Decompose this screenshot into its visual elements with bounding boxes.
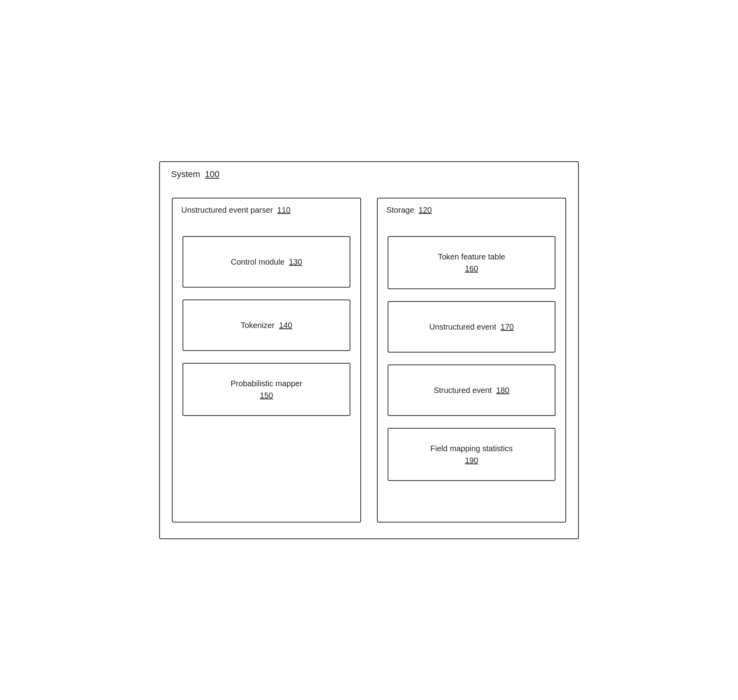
probabilistic-mapper-number: 150 — [260, 391, 273, 400]
right-panel-label: Storage 120 — [386, 206, 432, 215]
field-mapping-statistics-box: Field mapping statistics 190 — [388, 428, 555, 481]
structured-event-label: Structured event 180 — [434, 384, 509, 396]
token-feature-table-label: Token feature table 160 — [438, 251, 505, 275]
system-box: System 100 Unstructured event parser 110… — [159, 161, 579, 539]
tokenizer-text: Tokenizer — [241, 321, 275, 330]
token-feature-table-number: 160 — [465, 264, 478, 273]
structured-event-text: Structured event — [434, 386, 492, 395]
token-feature-table-box: Token feature table 160 — [388, 236, 555, 289]
probabilistic-mapper-text: Probabilistic mapper — [230, 379, 302, 388]
right-modules-list: Token feature table 160 Unstructured eve… — [388, 236, 555, 481]
unstructured-event-box: Unstructured event 170 — [388, 301, 555, 353]
unstructured-event-number: 170 — [500, 322, 514, 331]
unstructured-event-label: Unstructured event 170 — [429, 321, 514, 333]
system-text: System — [171, 169, 200, 179]
tokenizer-box: Tokenizer 140 — [183, 299, 350, 351]
left-panel-label: Unstructured event parser 110 — [181, 206, 291, 215]
probabilistic-mapper-label: Probabilistic mapper 150 — [230, 378, 302, 401]
page-container: System 100 Unstructured event parser 110… — [151, 152, 587, 548]
system-label: System 100 — [171, 169, 219, 179]
left-panel-text: Unstructured event parser — [181, 206, 273, 214]
unstructured-event-text: Unstructured event — [429, 322, 496, 331]
control-module-label: Control module 130 — [231, 256, 302, 268]
tokenizer-number: 140 — [279, 321, 292, 330]
field-mapping-statistics-label: Field mapping statistics 190 — [430, 443, 513, 466]
field-mapping-statistics-text: Field mapping statistics — [430, 444, 513, 453]
left-panel: Unstructured event parser 110 Control mo… — [172, 198, 361, 523]
field-mapping-statistics-number: 190 — [465, 456, 478, 465]
left-panel-number: 110 — [277, 206, 290, 214]
tokenizer-label: Tokenizer 140 — [241, 319, 292, 331]
structured-event-box: Structured event 180 — [388, 364, 555, 416]
token-feature-table-text: Token feature table — [438, 252, 505, 261]
left-modules-list: Control module 130 Tokenizer 140 Probabi… — [183, 236, 350, 416]
structured-event-number: 180 — [496, 386, 509, 395]
control-module-number: 130 — [289, 257, 302, 266]
right-panel-text: Storage — [386, 206, 414, 214]
system-number: 100 — [205, 169, 220, 179]
probabilistic-mapper-box: Probabilistic mapper 150 — [183, 363, 350, 416]
control-module-text: Control module — [231, 257, 285, 266]
control-module-box: Control module 130 — [183, 236, 350, 288]
right-panel: Storage 120 Token feature table 160 Unst… — [377, 198, 566, 523]
main-columns: Unstructured event parser 110 Control mo… — [172, 198, 566, 523]
right-panel-number: 120 — [418, 206, 432, 214]
